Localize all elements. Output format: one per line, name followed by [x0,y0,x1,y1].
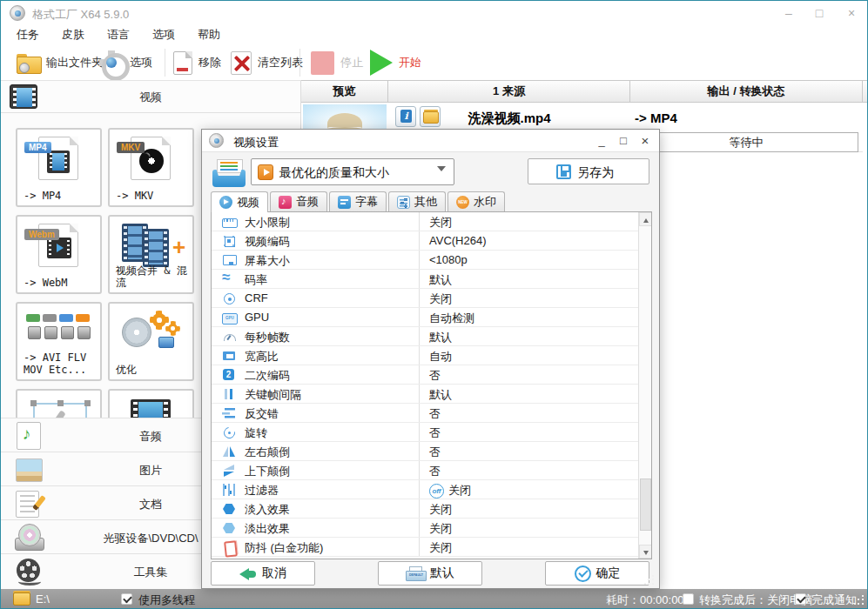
setting-row-18[interactable]: 防抖 (白金功能)关闭 [212,538,639,557]
atom-icon [222,291,236,305]
scrollbar-thumb[interactable] [640,478,651,531]
menu-item-4[interactable]: 选项 [152,27,175,43]
setting-row-10[interactable]: 关键帧间隔默认 [212,385,639,404]
tab-字幕[interactable]: 字幕 [329,191,387,211]
setting-label: 关键帧间隔 [245,387,301,403]
tab-其他[interactable]: 其他 [388,191,446,211]
close-button[interactable]: × [838,4,865,22]
setting-label: 防抖 (白金功能) [245,540,323,556]
setting-row-11[interactable]: 反交错否 [212,404,639,423]
tab-音频[interactable]: 音频 [270,191,327,211]
window-resize-grip[interactable] [854,595,865,606]
conversion-target: -> MP4 [635,110,677,125]
notify-checkbox[interactable] [795,593,806,605]
multithread-label: 使用多线程 [138,592,195,608]
setting-row-17[interactable]: 淡出效果关闭 [212,519,639,538]
column-header-output[interactable]: 输出 / 转换状态 [630,81,863,103]
setting-row-12[interactable]: 旋转否 [212,423,639,442]
format-badge: MKV [117,142,145,153]
gpu-icon [222,311,236,325]
setting-label: 左右颠倒 [245,445,290,460]
column-divider [419,499,420,518]
multi-format-icon [17,309,100,354]
column-divider [419,231,420,250]
menu-item-3[interactable]: 语言 [107,27,130,43]
tile-mkv-file[interactable]: MKV-> MKV [108,128,194,207]
setting-row-16[interactable]: 淡入效果关闭 [212,499,639,519]
tile-label: -> MP4 [24,190,98,202]
setting-label: 二次编码 [245,368,290,384]
setting-label: 淡入效果 [245,502,290,518]
tab-水印[interactable]: 水印 [447,191,505,211]
stop-button[interactable]: 停止 [311,48,363,77]
setting-value: 关闭 [429,502,452,518]
setting-row-14[interactable]: 上下颠倒否 [212,461,639,480]
column-divider [419,327,420,345]
dialog-titlebar[interactable]: 视频设置 _ □ × [202,130,659,152]
minimize-button[interactable]: – [776,4,802,22]
profile-dropdown[interactable]: 最优化的质量和大小 [251,158,454,185]
drive-folder-icon[interactable] [13,592,30,606]
mp4-file-icon: MP4 [17,135,100,180]
scroll-down-arrow[interactable] [639,545,652,559]
tile-video-join[interactable]: +视频合并 & 混流 [108,215,194,294]
setting-row-2[interactable]: 视频编码AVC(H264) [212,231,639,251]
ok-button[interactable]: 确定 [545,561,649,586]
column-header-preview[interactable]: 预览 [301,81,388,103]
setting-row-1[interactable]: 大小限制关闭 [212,212,639,231]
elapsed-time: 耗时：00:00:00 [606,592,684,608]
dialog-minimize-button[interactable]: _ [591,132,612,150]
statusbar: E:\ 使用多线程 耗时：00:00:00 转换完成后：关闭电脑 完成通知 [1,589,867,609]
column-divider [419,346,420,365]
start-button[interactable]: 开始 [370,48,421,77]
audio-tab-icon [279,196,292,209]
default-button[interactable]: 默认 [378,561,482,586]
setting-value: 否 [429,425,441,441]
setting-row-8[interactable]: 宽高比自动 [212,346,639,365]
tile-mp4-file[interactable]: MP4-> MP4 [16,128,102,207]
category-header-video[interactable]: 视频 [1,81,300,113]
shutdown-checkbox[interactable] [683,593,694,605]
setting-row-7[interactable]: 每秒帧数默认 [212,327,639,346]
multithread-checkbox[interactable] [121,593,132,605]
dialog-close-button[interactable]: × [635,132,656,150]
setting-row-4[interactable]: 码率默认 [212,270,639,289]
chevron-down-icon [437,166,446,171]
tile-webm-file[interactable]: Webm-> WebM [16,215,102,294]
clear-list-button[interactable]: 清空列表 [231,48,303,77]
tile-optimize[interactable]: 优化 [108,302,194,381]
setting-row-13[interactable]: 左右颠倒否 [212,442,639,461]
column-divider [419,289,420,307]
setting-row-6[interactable]: GPU自动检测 [212,308,639,327]
maximize-button[interactable]: □ [806,4,832,22]
dialog-maximize-button[interactable]: □ [613,132,634,150]
settings-scrollbar[interactable] [638,212,651,559]
setting-row-9[interactable]: 二次编码否 [212,365,639,385]
tab-视频[interactable]: 视频 [211,191,268,212]
options-button[interactable]: 选项 [99,48,152,77]
column-divider [419,461,420,479]
column-header-filler [863,81,868,103]
file-name: 洗澡视频.mp4 [388,110,630,127]
setting-row-5[interactable]: CRF关闭 [212,289,639,308]
save-as-button[interactable]: 另存为 [528,158,649,184]
tile-multi-format[interactable]: -> AVI FLV MOV Etc... [16,302,102,381]
output-folder-button[interactable]: 输出文件夹 [17,48,103,77]
menu-item-5[interactable]: 帮助 [198,27,220,43]
cancel-button[interactable]: 取消 [211,561,315,586]
menu-item-1[interactable]: 任务 [17,27,39,43]
setting-value: 否 [429,406,441,422]
dialog-resize-grip[interactable] [644,575,655,586]
remove-button[interactable]: 移除 [173,48,221,77]
settings-list: 大小限制关闭视频编码AVC(H264)屏幕大小<1080p码率默认CRF关闭GP… [211,211,652,559]
scroll-up-arrow[interactable] [639,212,652,226]
video-tab-icon [219,196,232,209]
menubar: 任务皮肤语言选项帮助 [1,25,867,44]
column-header-source[interactable]: 1 来源 [388,81,630,103]
setting-label: 每秒帧数 [245,330,290,345]
setting-value: 默认 [429,272,452,288]
setting-row-3[interactable]: 屏幕大小<1080p [212,251,639,270]
menu-item-2[interactable]: 皮肤 [62,27,84,43]
setting-row-15[interactable]: 过滤器off关闭 [212,480,639,499]
setting-value-text: 默认 [429,272,452,288]
